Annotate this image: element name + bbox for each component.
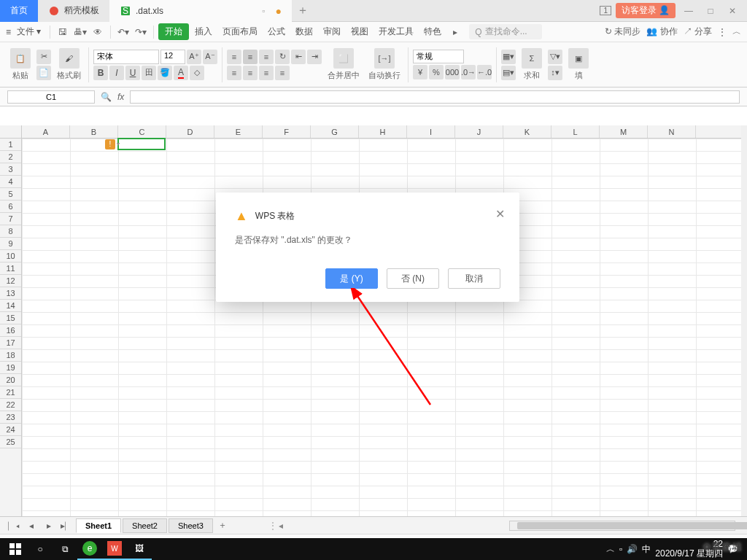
copy-icon[interactable]: 📄 <box>36 66 51 80</box>
align-top-icon[interactable]: ≡ <box>227 50 241 64</box>
zoom-fx-icon[interactable]: 🔍 <box>101 92 112 102</box>
bold-icon[interactable]: B <box>93 66 108 80</box>
collab-button[interactable]: 👥 协作 <box>646 26 677 38</box>
command-search[interactable]: Q查找命令... <box>469 24 542 39</box>
increase-font-icon[interactable]: A⁺ <box>187 50 201 64</box>
sheet-tab-2[interactable]: Sheet2 <box>123 518 167 533</box>
increase-decimal-icon[interactable]: .0→ <box>461 65 476 79</box>
row-header-23[interactable]: 23 <box>0 411 21 424</box>
cortana-icon[interactable]: ○ <box>28 538 53 560</box>
col-header-K[interactable]: K <box>503 125 551 138</box>
row-header-21[interactable]: 21 <box>0 386 21 399</box>
tab-file[interactable]: S .dat.xls ▫ ● <box>109 0 292 22</box>
presentation-icon[interactable]: ▫ <box>262 6 265 16</box>
format-painter-icon[interactable]: 🖌 <box>59 48 80 69</box>
preview-icon[interactable]: 👁 <box>90 24 106 40</box>
justify-icon[interactable]: ≡ <box>275 66 290 80</box>
menu-review[interactable]: 审阅 <box>319 23 345 40</box>
col-header-A[interactable]: A <box>22 125 70 138</box>
snip-icon[interactable]: 🖼 <box>127 538 152 560</box>
menu-page[interactable]: 页面布局 <box>218 23 262 40</box>
share-button[interactable]: ↗ 分享 <box>684 26 712 38</box>
error-indicator-icon[interactable]: ! <box>105 139 115 149</box>
row-header-19[interactable]: 19 <box>0 362 21 374</box>
row-header-17[interactable]: 17 <box>0 337 21 349</box>
cancel-button[interactable]: 取消 <box>448 268 500 289</box>
decrease-font-icon[interactable]: A⁻ <box>203 50 217 64</box>
prev-sheet-icon[interactable]: ◂ <box>23 518 39 534</box>
row-header-25[interactable]: 25 <box>0 436 21 448</box>
clear-format-icon[interactable]: ◇ <box>190 66 204 80</box>
align-bottom-icon[interactable]: ≡ <box>259 50 274 64</box>
wrap-icon[interactable]: [→] <box>374 48 395 69</box>
sort-icon[interactable]: ↕▾ <box>548 66 562 80</box>
first-sheet-icon[interactable]: ⎸◂ <box>6 518 22 534</box>
menu-formula[interactable]: 公式 <box>263 23 290 40</box>
row-header-6[interactable]: 6 <box>0 201 21 213</box>
horizontal-scrollbar[interactable] <box>509 521 735 531</box>
sheet-tab-3[interactable]: Sheet3 <box>169 518 213 533</box>
col-header-C[interactable]: C <box>118 125 166 138</box>
row-header-20[interactable]: 20 <box>0 374 21 386</box>
ime-icon[interactable]: 中 <box>642 543 651 556</box>
dropdown-arrow-icon[interactable]: ▾ <box>117 141 120 147</box>
sum-icon[interactable]: Σ <box>522 48 542 69</box>
row-header-1[interactable]: 1 <box>0 139 21 151</box>
last-sheet-icon[interactable]: ▸⎸ <box>58 518 74 534</box>
scroll-left-icon[interactable]: ◂ <box>279 521 283 531</box>
row-header-2[interactable]: 2 <box>0 151 21 163</box>
window-indicator[interactable]: 1 <box>600 6 611 15</box>
row-header-4[interactable]: 4 <box>0 176 21 188</box>
percent-icon[interactable]: % <box>429 65 444 79</box>
col-header-F[interactable]: F <box>263 125 311 138</box>
vertical-scrollbar[interactable] <box>741 125 747 516</box>
comma-icon[interactable]: 000 <box>445 65 460 79</box>
login-button[interactable]: 访客登录 👤 <box>616 3 676 18</box>
row-header-8[interactable]: 8 <box>0 225 21 238</box>
row-header-3[interactable]: 3 <box>0 163 21 176</box>
tray-expand-icon[interactable]: ︿ <box>606 543 615 556</box>
align-center-icon[interactable]: ≡ <box>243 66 258 80</box>
row-header-15[interactable]: 15 <box>0 312 21 324</box>
row-header-16[interactable]: 16 <box>0 324 21 337</box>
col-header-N[interactable]: N <box>648 125 696 138</box>
font-color-icon[interactable]: A <box>174 66 188 80</box>
row-header-5[interactable]: 5 <box>0 188 21 201</box>
next-sheet-icon[interactable]: ▸ <box>41 518 57 534</box>
save-icon[interactable]: 🖫 <box>55 24 71 40</box>
start-menu-icon[interactable] <box>3 538 28 560</box>
menu-insert[interactable]: 插入 <box>190 23 217 40</box>
unsync-button[interactable]: ↻ 未同步 <box>605 26 640 38</box>
name-box[interactable]: C1 <box>7 90 95 104</box>
col-header-E[interactable]: E <box>214 125 263 138</box>
file-menu[interactable]: 文件 ▾ <box>12 24 45 39</box>
wps-taskbar-icon[interactable]: W <box>102 538 127 560</box>
collapse-ribbon-icon[interactable]: ︿ <box>732 26 741 38</box>
fill-icon[interactable]: ▣ <box>568 48 589 69</box>
orientation-icon[interactable]: ↻ <box>275 50 290 64</box>
volume-icon[interactable]: 🔊 <box>627 544 638 554</box>
col-header-I[interactable]: I <box>407 125 455 138</box>
menu-dev[interactable]: 开发工具 <box>374 23 418 40</box>
add-sheet-icon[interactable]: ＋ <box>214 518 231 534</box>
redo-icon[interactable]: ↷▾ <box>133 24 149 40</box>
active-cell[interactable] <box>117 138 166 150</box>
menu-start[interactable]: 开始 <box>158 23 189 40</box>
formula-input[interactable] <box>130 90 740 104</box>
row-header-10[interactable]: 10 <box>0 250 21 262</box>
fx-icon[interactable]: fx <box>117 92 124 102</box>
menu-icon[interactable]: ≡ <box>6 27 11 37</box>
decrease-decimal-icon[interactable]: ←.0 <box>477 65 492 79</box>
undo-icon[interactable]: ↶▾ <box>115 24 131 40</box>
row-header-7[interactable]: 7 <box>0 213 21 225</box>
row-header-13[interactable]: 13 <box>0 287 21 300</box>
border-icon[interactable]: 田 <box>142 66 156 80</box>
menu-view[interactable]: 视图 <box>347 23 373 40</box>
indent-right-icon[interactable]: ⇥ <box>307 50 322 64</box>
dialog-close-button[interactable]: ✕ <box>495 207 505 221</box>
fill-color-icon[interactable]: 🪣 <box>158 66 172 80</box>
row-header-24[interactable]: 24 <box>0 424 21 436</box>
col-header-L[interactable]: L <box>551 125 600 138</box>
tab-home[interactable]: 首页 <box>0 0 38 22</box>
indent-left-icon[interactable]: ⇤ <box>291 50 306 64</box>
